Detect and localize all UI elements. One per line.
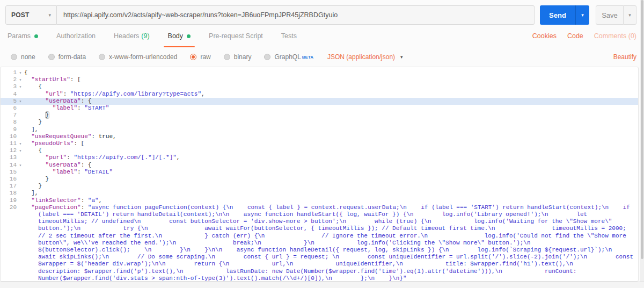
body-type-option-raw[interactable]: raw: [190, 53, 210, 61]
save-options-caret[interactable]: ▾: [624, 5, 636, 25]
tab-label: Pre-request Script: [209, 32, 263, 40]
fold-caret-icon[interactable]: ▾: [17, 98, 24, 105]
url-input[interactable]: https://api.apify.com/v2/acts/apify~web-…: [57, 5, 535, 25]
code-line[interactable]: 18 ],: [1, 190, 638, 197]
token-p: [24, 105, 53, 111]
code-line[interactable]: 3▾ {: [1, 83, 638, 90]
code-line[interactable]: 2▾ "startUrls": [: [1, 76, 638, 83]
fold-spacer: [17, 133, 24, 140]
code-line[interactable]: 10 "useRequestQueue": true,: [1, 133, 638, 140]
code-line[interactable]: 12▾ {: [1, 147, 638, 154]
tab-body[interactable]: Body: [167, 25, 192, 47]
tab-tests[interactable]: Tests: [280, 25, 298, 47]
save-button[interactable]: Save: [596, 5, 624, 25]
content-type-value: JSON (application/json): [327, 53, 395, 61]
token-p: :: [81, 204, 88, 211]
tab-params[interactable]: Params: [6, 25, 39, 47]
token-p: [24, 197, 31, 204]
tab-pre-request-script[interactable]: Pre-request Script: [208, 25, 264, 47]
postman-request-window: POST ▾ https://api.apify.com/v2/acts/api…: [0, 0, 644, 288]
token-k: "label": [53, 105, 77, 111]
body-type-option-graphql[interactable]: GraphQLBETA: [264, 53, 313, 61]
token-k: "userData": [46, 162, 81, 168]
line-number: 19: [1, 197, 17, 204]
token-p: :: [77, 169, 84, 175]
token-s: "DETAIL": [84, 169, 113, 175]
radio-icon: [48, 54, 55, 60]
footer-strip: [0, 282, 644, 288]
code-line[interactable]: 11▾ "pseudoUrls": [: [1, 140, 638, 147]
radio-icon: [99, 54, 105, 60]
body-type-option-x-www-form-urlencoded[interactable]: x-www-form-urlencoded: [99, 53, 177, 61]
fold-spacer: [17, 105, 24, 112]
code-line[interactable]: 20 "pageFunction": "async function pageF…: [1, 204, 638, 282]
tab-headers[interactable]: Headers(9): [113, 25, 151, 47]
code-line[interactable]: 8 }: [1, 119, 638, 126]
radio-label: raw: [200, 53, 210, 61]
link-cookies[interactable]: Cookies: [532, 32, 557, 40]
body-type-radios: noneform-datax-www-form-urlencodedrawbin…: [11, 53, 326, 61]
line-number: 4: [1, 91, 17, 98]
token-p: ,: [177, 154, 180, 161]
radio-label: none: [21, 53, 35, 61]
code-content: {: [24, 69, 638, 76]
save-button-group: Save ▾: [596, 5, 636, 25]
send-button-group: Send ▾: [540, 5, 589, 25]
send-button[interactable]: Send: [540, 5, 575, 25]
scrollbar[interactable]: [640, 0, 644, 282]
token-p: [24, 133, 31, 140]
code-line[interactable]: 16 }: [1, 176, 638, 183]
body-type-option-form-data[interactable]: form-data: [48, 53, 86, 61]
fold-caret-icon[interactable]: ▾: [17, 140, 24, 147]
fold-spacer: [17, 169, 24, 176]
token-p: [24, 204, 31, 211]
code-line[interactable]: 5▾ "userData": {: [1, 98, 638, 105]
code-line[interactable]: 1▾{: [1, 69, 638, 76]
url-value: https://api.apify.com/v2/acts/apify~web-…: [63, 11, 338, 19]
fold-caret-icon[interactable]: ▾: [17, 69, 24, 76]
token-p: :: [81, 197, 88, 204]
line-number: 9: [1, 126, 17, 133]
line-number: 18: [1, 190, 17, 197]
http-method-select[interactable]: POST ▾: [5, 5, 57, 25]
fold-caret-icon[interactable]: ▾: [17, 83, 24, 90]
token-b: true: [99, 133, 113, 140]
send-options-caret[interactable]: ▾: [575, 5, 589, 25]
fold-caret-icon[interactable]: ▾: [17, 162, 24, 169]
code-line[interactable]: 4 "url": "https://apify.com/library?type…: [1, 91, 638, 98]
body-type-option-binary[interactable]: binary: [224, 53, 252, 61]
fold-caret-icon[interactable]: ▾: [17, 76, 24, 83]
code-line[interactable]: 9 ],: [1, 126, 638, 133]
fold-spacer: [17, 112, 24, 119]
code-content: "label": "DETAIL": [24, 169, 638, 176]
code-line[interactable]: 14▾ "userData": {: [1, 162, 638, 169]
code-line[interactable]: 17 }: [1, 183, 638, 190]
code-line[interactable]: 6 "label": "START": [1, 105, 638, 112]
tab-label: Tests: [281, 32, 297, 40]
link-comments-0-[interactable]: Comments (0): [594, 32, 636, 40]
content-type-select[interactable]: JSON (application/json) ▾: [327, 53, 403, 61]
token-k: "linkSelector": [31, 197, 80, 204]
green-dot-icon: [34, 34, 38, 38]
raw-body-code-editor[interactable]: 1▾{2▾ "startUrls": [3▾ {4 "url": "https:…: [0, 67, 639, 282]
code-content: ],: [24, 126, 638, 133]
scrollbar-thumb[interactable]: [641, 0, 643, 259]
link-code[interactable]: Code: [567, 32, 583, 40]
code-line[interactable]: 15 "label": "DETAIL": [1, 169, 638, 176]
beautify-link[interactable]: Beautify: [613, 53, 636, 61]
fold-caret-icon[interactable]: ▾: [17, 147, 24, 154]
token-s: "a": [88, 197, 99, 204]
token-p: ,: [201, 91, 205, 97]
radio-icon: [224, 54, 230, 60]
body-type-option-none[interactable]: none: [11, 53, 35, 61]
fold-spacer: [17, 126, 24, 133]
code-content: }: [24, 112, 638, 119]
code-line[interactable]: 13 "purl": "https://apify.com/[.*]/[.*]"…: [1, 154, 638, 161]
code-line[interactable]: 19 "linkSelector": "a",: [1, 197, 638, 204]
token-k: "startUrls": [31, 76, 70, 83]
token-p: [24, 76, 31, 83]
token-p: :: [67, 154, 74, 161]
tab-authorization[interactable]: Authorization: [55, 25, 97, 47]
code-content: "pseudoUrls": [: [24, 140, 638, 147]
code-line[interactable]: 7 }: [1, 112, 638, 119]
